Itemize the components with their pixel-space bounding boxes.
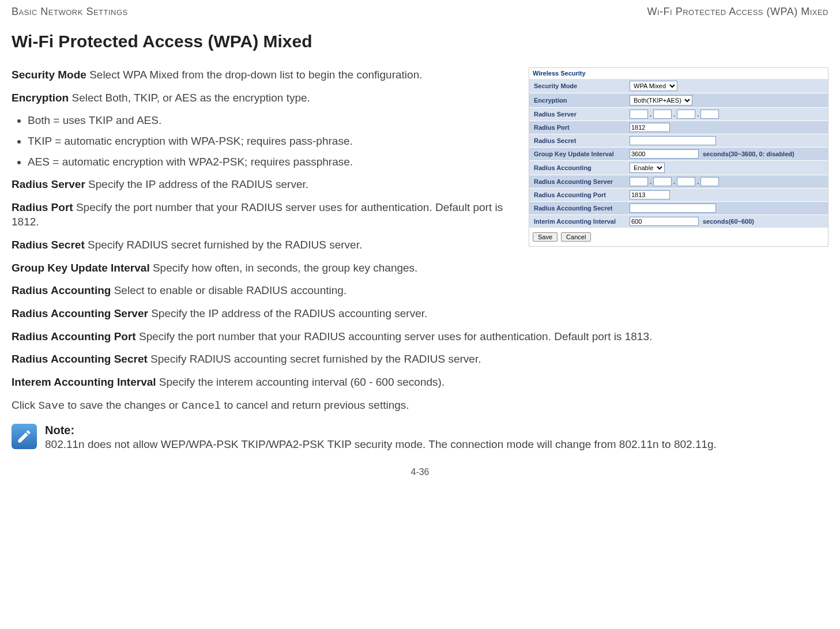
interim-input[interactable] <box>630 217 699 226</box>
group-key-hint: seconds(30~3600, 0: disabled) <box>703 150 794 157</box>
radius-acct-select[interactable]: Enable <box>630 163 665 173</box>
cancel-button[interactable]: Cancel <box>561 232 591 242</box>
radius-server-oct3[interactable] <box>677 110 695 119</box>
label-radius-acct-secret: Radius Accounting Secret <box>529 202 627 214</box>
note-body: 802.11n does not allow WEP/WPA-PSK TKIP/… <box>45 437 717 452</box>
label-radius-acct-server: Radius Accounting Server <box>529 176 627 187</box>
desc-interim: Interem Accounting Interval Specify the … <box>12 375 828 390</box>
note-title: Note: <box>45 424 717 437</box>
label-group-key: Group Key Update Interval <box>529 148 627 160</box>
page-header: Basic Network Settings Wi-Fi Protected A… <box>12 6 828 18</box>
desc-footer: Click Save to save the changes or Cancel… <box>12 398 828 414</box>
radius-server-oct1[interactable] <box>630 110 648 119</box>
label-security-mode: Security Mode <box>529 80 627 92</box>
radius-acct-server-oct1[interactable] <box>630 177 648 186</box>
interim-hint: seconds(60~600) <box>703 218 754 225</box>
desc-radius-acct-secret: Radius Accounting Secret Specify RADIUS … <box>12 352 828 367</box>
desc-radius-acct: Radius Accounting Select to enable or di… <box>12 283 828 298</box>
label-interim: Interim Accounting Interval <box>529 216 627 227</box>
pencil-icon <box>12 424 37 449</box>
radius-secret-input[interactable] <box>630 136 716 145</box>
radius-acct-server-oct3[interactable] <box>677 177 695 186</box>
radius-acct-secret-input[interactable] <box>630 204 716 213</box>
label-radius-server: Radius Server <box>529 108 627 120</box>
security-mode-select[interactable]: WPA Mixed <box>630 81 677 91</box>
radius-server-field: . . . <box>627 108 828 120</box>
radius-acct-server-field: . . . <box>627 175 828 188</box>
header-right: Wi-Fi Protected Access (WPA) Mixed <box>647 6 828 18</box>
label-radius-acct: Radius Accounting <box>529 162 627 174</box>
radius-acct-server-oct2[interactable] <box>653 177 672 186</box>
desc-radius-acct-server: Radius Accounting Server Specify the IP … <box>12 306 828 321</box>
label-radius-secret: Radius Secret <box>529 135 627 146</box>
save-button[interactable]: Save <box>533 232 558 242</box>
page-title: Wi-Fi Protected Access (WPA) Mixed <box>12 32 828 51</box>
page-number: 4-36 <box>12 467 828 477</box>
radius-acct-server-oct4[interactable] <box>700 177 719 186</box>
radius-server-oct4[interactable] <box>700 110 719 119</box>
panel-title: Wireless Security <box>529 68 828 78</box>
label-encryption: Encryption <box>529 95 627 106</box>
label-radius-port: Radius Port <box>529 122 627 133</box>
note-box: Note: 802.11n does not allow WEP/WPA-PSK… <box>12 424 828 452</box>
radius-server-oct2[interactable] <box>653 110 672 119</box>
label-radius-acct-port: Radius Accounting Port <box>529 189 627 201</box>
desc-radius-acct-port: Radius Accounting Port Specify the port … <box>12 329 828 344</box>
radius-port-input[interactable] <box>630 123 670 132</box>
encryption-select[interactable]: Both(TKIP+AES) <box>630 95 692 106</box>
desc-group-key: Group Key Update Interval Specify how of… <box>12 261 828 276</box>
radius-acct-port-input[interactable] <box>630 190 670 199</box>
wireless-security-panel: Wireless Security Security Mode WPA Mixe… <box>529 67 828 247</box>
group-key-input[interactable] <box>630 149 699 159</box>
header-left: Basic Network Settings <box>12 6 128 18</box>
